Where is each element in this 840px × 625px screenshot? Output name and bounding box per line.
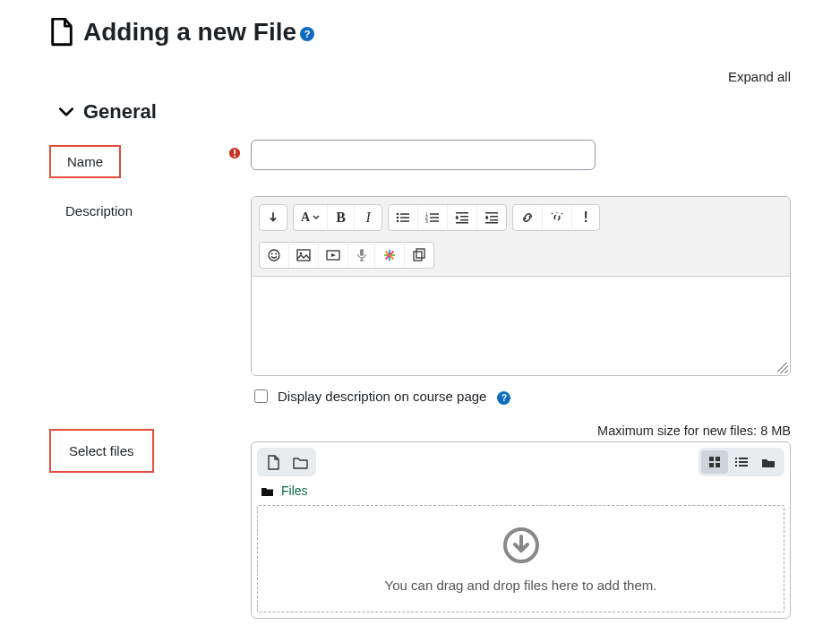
row-description: Description A B I <box>49 196 791 406</box>
section-general-toggle[interactable]: General <box>58 100 791 124</box>
row-name: Name <box>49 140 791 178</box>
toolbar-expand-icon[interactable] <box>260 205 287 230</box>
svg-rect-8 <box>400 220 409 222</box>
svg-point-24 <box>271 253 273 255</box>
svg-rect-22 <box>485 222 498 224</box>
svg-rect-4 <box>400 213 409 215</box>
display-description-checkbox[interactable] <box>254 390 268 403</box>
file-dropzone[interactable]: You can drag and drop files here to add … <box>257 505 784 612</box>
svg-point-27 <box>300 253 303 255</box>
svg-rect-15 <box>456 212 468 214</box>
svg-rect-14 <box>430 220 439 222</box>
svg-point-5 <box>397 217 399 219</box>
svg-rect-26 <box>297 250 310 261</box>
svg-rect-16 <box>460 216 468 218</box>
svg-rect-12 <box>430 217 439 218</box>
indent-button[interactable] <box>477 205 506 230</box>
label-name: Name <box>49 145 121 178</box>
microphone-button[interactable] <box>348 243 375 268</box>
svg-rect-17 <box>460 219 468 221</box>
svg-rect-19 <box>485 212 498 214</box>
svg-rect-20 <box>490 216 498 218</box>
create-folder-button[interactable] <box>287 450 313 474</box>
outdent-button[interactable] <box>448 205 477 230</box>
svg-rect-38 <box>709 463 714 467</box>
numbered-list-button[interactable]: 123 <box>418 205 448 230</box>
view-list-button[interactable] <box>728 450 755 474</box>
resize-grip-icon[interactable] <box>777 363 788 373</box>
required-icon <box>228 147 251 159</box>
file-icon <box>49 18 74 47</box>
svg-rect-35 <box>416 249 424 258</box>
svg-rect-37 <box>716 457 720 461</box>
unlink-button[interactable] <box>543 205 572 230</box>
download-arrow-icon <box>501 526 541 565</box>
editor-toolbar: A B I 123 <box>252 197 790 277</box>
display-description-label: Display description on course page <box>278 389 486 404</box>
page-header: Adding a new File ? <box>49 18 791 47</box>
svg-rect-42 <box>735 461 737 463</box>
bullet-list-button[interactable] <box>389 205 418 230</box>
name-input[interactable] <box>251 140 596 170</box>
image-button[interactable] <box>289 243 319 268</box>
video-button[interactable] <box>319 243 348 268</box>
svg-point-3 <box>397 213 399 216</box>
svg-rect-1 <box>234 150 236 154</box>
svg-rect-6 <box>400 217 409 218</box>
svg-rect-29 <box>360 249 364 256</box>
emoji-button[interactable] <box>260 243 289 268</box>
svg-point-25 <box>275 253 277 255</box>
svg-rect-44 <box>735 465 737 467</box>
svg-rect-39 <box>716 463 720 467</box>
h5p-button[interactable] <box>375 243 405 268</box>
folder-icon <box>261 485 274 497</box>
svg-rect-43 <box>739 461 748 463</box>
expand-all-link[interactable]: Expand all <box>728 69 791 84</box>
help-icon[interactable]: ? <box>497 391 510 405</box>
file-path: Files <box>257 482 784 505</box>
view-icons-button[interactable] <box>701 450 728 474</box>
file-picker: Files You can drag and drop files here t… <box>251 441 791 619</box>
paragraph-style-button[interactable]: A <box>294 205 328 230</box>
expand-all-row: Expand all <box>49 69 791 84</box>
svg-text:3: 3 <box>425 218 428 224</box>
svg-rect-2 <box>234 156 236 158</box>
link-button[interactable] <box>513 205 543 230</box>
add-file-button[interactable] <box>260 450 287 474</box>
rich-text-editor: A B I 123 <box>251 196 791 376</box>
section-general-title: General <box>83 100 157 124</box>
svg-rect-21 <box>490 219 498 221</box>
dropzone-hint: You can drag and drop files here to add … <box>385 578 657 593</box>
svg-rect-10 <box>430 213 439 215</box>
svg-rect-45 <box>739 465 748 467</box>
help-icon[interactable]: ? <box>300 27 314 41</box>
alert-button[interactable]: ! <box>572 205 599 230</box>
svg-point-23 <box>269 250 279 261</box>
row-select-files: Select files Maximum size for new files:… <box>49 424 791 619</box>
view-tree-button[interactable] <box>755 450 782 474</box>
max-size-text: Maximum size for new files: 8 MB <box>251 424 791 438</box>
label-select-files: Select files <box>49 429 154 473</box>
chevron-down-icon <box>58 104 74 120</box>
editor-textarea[interactable] <box>252 277 790 375</box>
italic-button[interactable]: I <box>355 205 381 230</box>
files-root-link[interactable]: Files <box>281 484 308 498</box>
svg-rect-40 <box>735 458 737 459</box>
svg-point-7 <box>397 220 399 223</box>
page-title: Adding a new File <box>83 18 296 47</box>
manage-files-button[interactable] <box>405 243 433 268</box>
svg-rect-36 <box>709 457 714 461</box>
svg-rect-34 <box>414 252 422 261</box>
svg-rect-18 <box>456 222 468 224</box>
bold-button[interactable]: B <box>328 205 355 230</box>
label-description: Description <box>49 201 133 218</box>
svg-rect-41 <box>739 458 748 459</box>
